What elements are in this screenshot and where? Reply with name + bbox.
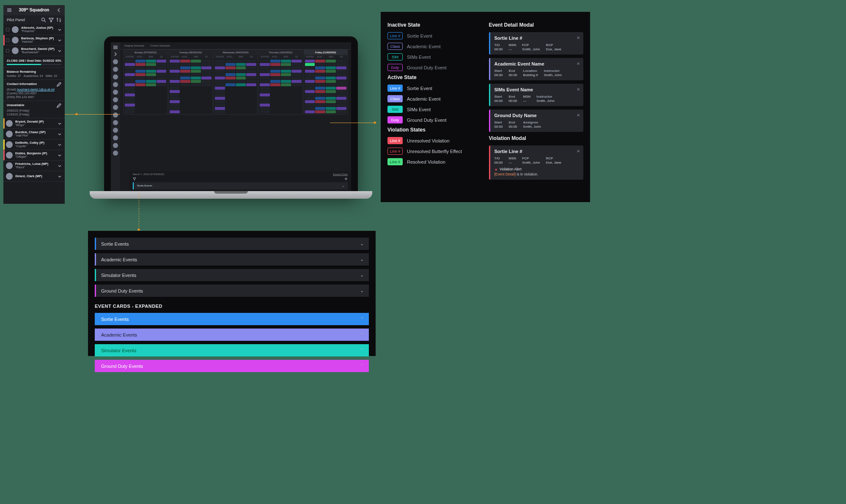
schedule-chip[interactable] <box>201 77 212 79</box>
schedule-chip[interactable] <box>125 83 135 86</box>
schedule-chip[interactable] <box>215 80 225 83</box>
schedule-chip[interactable] <box>305 73 315 76</box>
schedule-chip[interactable] <box>201 83 212 86</box>
schedule-chip[interactable] <box>315 107 325 110</box>
schedule-chip[interactable] <box>291 80 302 83</box>
schedule-chip[interactable] <box>170 100 180 103</box>
schedule-chip[interactable] <box>125 104 135 107</box>
schedule-chip[interactable] <box>236 80 246 83</box>
schedule-chip[interactable] <box>236 83 246 86</box>
pilot-row[interactable]: Friedrichs, Luisa (MP)"Razor" <box>3 161 65 171</box>
gear-icon[interactable] <box>344 177 348 181</box>
schedule-chip[interactable] <box>305 83 315 86</box>
schedule-chip[interactable] <box>291 73 302 76</box>
schedule-chip[interactable] <box>336 60 346 63</box>
schedule-chip[interactable] <box>170 83 180 86</box>
checkbox[interactable] <box>6 49 9 52</box>
schedule-chip[interactable] <box>236 70 246 73</box>
schedule-chip[interactable] <box>157 70 167 73</box>
chevron-down-icon[interactable] <box>57 48 62 53</box>
schedule-chip[interactable] <box>305 104 315 107</box>
schedule-chip[interactable] <box>215 73 225 76</box>
schedule-chip[interactable] <box>191 70 201 73</box>
schedule-chip[interactable] <box>125 100 135 103</box>
schedule-chip[interactable] <box>305 110 315 113</box>
avatar[interactable] <box>113 112 118 118</box>
schedule-chip[interactable] <box>246 60 256 63</box>
schedule-chip[interactable] <box>236 66 246 69</box>
schedule-chip[interactable] <box>305 107 315 110</box>
schedule-chip[interactable] <box>157 60 167 63</box>
chevron-right-icon[interactable] <box>113 52 118 57</box>
checkbox[interactable] <box>6 38 9 42</box>
chevron-down-icon[interactable] <box>57 163 62 168</box>
schedule-chip[interactable] <box>191 63 201 66</box>
schedule-chip[interactable] <box>125 60 135 63</box>
accordion-row[interactable]: Ground Duty Events ⌃ <box>95 360 369 372</box>
schedule-chip[interactable] <box>260 107 270 110</box>
pilot-row[interactable]: Bouchard, Daniel (SP)"Bushwacker" <box>3 46 65 56</box>
schedule-chip[interactable] <box>201 80 212 83</box>
schedule-chip[interactable] <box>260 100 270 103</box>
schedule-chip[interactable] <box>170 80 180 83</box>
schedule-chip[interactable] <box>336 100 346 103</box>
accordion-row[interactable]: Academic Events ⌃ <box>95 329 369 341</box>
schedule-chip[interactable] <box>225 70 236 73</box>
hamburger-icon[interactable] <box>7 8 12 13</box>
schedule-chip[interactable] <box>170 90 180 93</box>
schedule-chip[interactable] <box>315 63 325 66</box>
chevron-down-icon[interactable] <box>57 131 62 137</box>
footer-accordion[interactable]: Sortie Events ⌄ <box>133 182 348 189</box>
schedule-chip[interactable] <box>146 80 156 83</box>
schedule-chip[interactable] <box>170 66 180 69</box>
schedule-chip[interactable] <box>225 83 236 86</box>
schedule-chip[interactable] <box>146 70 156 73</box>
avatar[interactable] <box>113 120 118 125</box>
pilot-row[interactable]: DeWolfe, Colby (IP)"Coyote" <box>3 140 65 150</box>
schedule-chip[interactable] <box>236 77 246 79</box>
schedule-chip[interactable] <box>326 107 336 110</box>
chevron-down-icon[interactable] <box>57 27 62 32</box>
schedule-chip[interactable] <box>225 60 236 63</box>
schedule-chip[interactable] <box>215 87 225 90</box>
filter-icon[interactable] <box>49 17 54 22</box>
schedule-chip[interactable] <box>215 70 225 73</box>
schedule-chip[interactable] <box>260 73 270 76</box>
schedule-chip[interactable] <box>260 87 270 90</box>
accordion-row[interactable]: Simulator Events ⌃ <box>95 344 369 356</box>
schedule-chip[interactable] <box>281 60 291 63</box>
pilot-row[interactable]: Albrecht, Justus (SP)"Preacher" <box>3 25 65 35</box>
schedule-chip[interactable] <box>315 66 325 69</box>
schedule-chip[interactable] <box>326 63 336 66</box>
schedule-chip[interactable] <box>326 87 336 90</box>
schedule-chip[interactable] <box>260 80 270 83</box>
hamburger-icon[interactable] <box>113 45 118 50</box>
pilot-row[interactable]: Girard, Clark (MP) <box>3 171 65 182</box>
schedule-chip[interactable] <box>180 73 190 76</box>
chevron-down-icon[interactable] <box>57 121 62 126</box>
schedule-chip[interactable] <box>157 66 167 69</box>
schedule-chip[interactable] <box>157 83 167 86</box>
schedule-chip[interactable] <box>315 110 325 113</box>
schedule-chip[interactable] <box>246 73 256 76</box>
schedule-chip[interactable] <box>125 107 135 110</box>
schedule-chip[interactable] <box>315 73 325 76</box>
schedule-chip[interactable] <box>146 66 156 69</box>
schedule-chip[interactable] <box>291 70 302 73</box>
schedule-chip[interactable] <box>305 87 315 90</box>
schedule-chip[interactable] <box>326 80 336 83</box>
schedule-chip[interactable] <box>315 104 325 107</box>
avatar[interactable] <box>113 67 118 72</box>
close-icon[interactable]: ✕ <box>577 113 580 118</box>
schedule-chip[interactable] <box>180 70 190 73</box>
schedule-chip[interactable] <box>180 77 190 79</box>
schedule-chip[interactable] <box>260 90 270 93</box>
schedule-chip[interactable] <box>215 100 225 103</box>
edit-icon[interactable] <box>56 82 61 87</box>
schedule-chip[interactable] <box>146 60 156 63</box>
schedule-chip[interactable] <box>225 73 236 76</box>
schedule-chip[interactable] <box>281 70 291 73</box>
schedule-chip[interactable] <box>135 80 146 83</box>
schedule-chip[interactable] <box>336 104 346 107</box>
schedule-chip[interactable] <box>281 77 291 79</box>
